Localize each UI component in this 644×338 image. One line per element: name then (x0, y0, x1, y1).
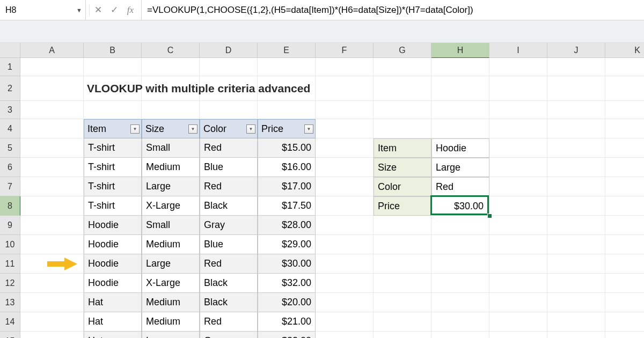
table-cell[interactable]: Hat (84, 312, 142, 332)
cell-I13[interactable] (489, 293, 547, 312)
cell-A1[interactable] (20, 58, 84, 76)
table-cell[interactable]: $17.50 (258, 196, 316, 216)
table-cell[interactable]: T-shirt (84, 138, 142, 158)
col-header-A[interactable]: A (20, 43, 84, 58)
cell-F14[interactable] (316, 312, 374, 332)
table-cell[interactable]: Large (142, 177, 200, 196)
table-cell[interactable]: Small (142, 138, 200, 158)
cell-K14[interactable] (605, 312, 644, 332)
cell-J13[interactable] (547, 293, 605, 312)
formula-input[interactable]: =VLOOKUP(1,CHOOSE({1,2},(H5=data[Item])*… (142, 0, 644, 20)
table-cell[interactable]: $32.00 (258, 274, 316, 293)
cell-G15[interactable] (374, 332, 431, 338)
cell-F5[interactable] (316, 138, 374, 158)
cell-A13[interactable] (20, 293, 84, 312)
table-cell[interactable]: $30.00 (258, 254, 316, 274)
table-header-size[interactable]: Size▼ (142, 119, 200, 138)
cell-H15[interactable] (431, 332, 489, 338)
cell-I14[interactable] (489, 312, 547, 332)
cell-J2[interactable] (547, 76, 605, 101)
cell-A2[interactable] (20, 76, 84, 101)
cell-H13[interactable] (431, 293, 489, 312)
cell-G11[interactable] (374, 254, 431, 274)
table-cell[interactable]: Hat (84, 332, 142, 338)
name-box[interactable]: ▼ (0, 0, 86, 20)
cell-I4[interactable] (489, 119, 547, 138)
table-cell[interactable]: Small (142, 216, 200, 235)
col-header-K[interactable]: K (605, 43, 644, 58)
cancel-icon[interactable]: ✕ (91, 4, 106, 16)
col-header-I[interactable]: I (489, 43, 547, 58)
table-cell[interactable]: $17.00 (258, 177, 316, 196)
cell-G10[interactable] (374, 235, 431, 254)
cell-C3[interactable] (142, 101, 200, 119)
name-box-dropdown-icon[interactable]: ▼ (76, 7, 82, 13)
lookup-label-price[interactable]: Price (374, 196, 431, 216)
cell-I7[interactable] (489, 177, 547, 196)
cell-H9[interactable] (431, 216, 489, 235)
enter-icon[interactable]: ✓ (107, 4, 122, 16)
cell-H3[interactable] (431, 101, 489, 119)
table-cell[interactable]: $21.00 (258, 312, 316, 332)
cell-K4[interactable] (605, 119, 644, 138)
row-header-11[interactable]: 11 (0, 254, 20, 274)
cell-J3[interactable] (547, 101, 605, 119)
col-header-J[interactable]: J (547, 43, 605, 58)
cell-J1[interactable] (547, 58, 605, 76)
cell-G9[interactable] (374, 216, 431, 235)
cell-A8[interactable] (20, 196, 84, 216)
cell-I11[interactable] (489, 254, 547, 274)
cell-H4[interactable] (431, 119, 489, 138)
cell-A10[interactable] (20, 235, 84, 254)
table-cell[interactable]: Hoodie (84, 235, 142, 254)
row-header-7[interactable]: 7 (0, 177, 20, 196)
filter-dropdown-icon[interactable]: ▼ (188, 124, 197, 134)
row-header-3[interactable]: 3 (0, 101, 20, 119)
cell-A9[interactable] (20, 216, 84, 235)
table-cell[interactable]: Medium (142, 235, 200, 254)
cell-F6[interactable] (316, 158, 374, 177)
fill-handle[interactable] (487, 214, 492, 218)
cell-B3[interactable] (84, 101, 142, 119)
cell-I8[interactable] (489, 196, 547, 216)
col-header-C[interactable]: C (142, 43, 200, 58)
cell-I1[interactable] (489, 58, 547, 76)
cell-F8[interactable] (316, 196, 374, 216)
cell-I9[interactable] (489, 216, 547, 235)
row-header-8[interactable]: 8 (0, 196, 20, 216)
table-cell[interactable]: T-shirt (84, 158, 142, 177)
cell-K6[interactable] (605, 158, 644, 177)
cell-A4[interactable] (20, 119, 84, 138)
cell-G1[interactable] (374, 58, 431, 76)
table-cell[interactable]: Black (200, 196, 258, 216)
cell-K11[interactable] (605, 254, 644, 274)
cell-G14[interactable] (374, 312, 431, 332)
cell-J14[interactable] (547, 312, 605, 332)
table-cell[interactable]: $22.00 (258, 332, 316, 338)
col-header-F[interactable]: F (316, 43, 374, 58)
table-cell[interactable]: Hoodie (84, 274, 142, 293)
filter-dropdown-icon[interactable]: ▼ (246, 124, 255, 134)
cell-K1[interactable] (605, 58, 644, 76)
cell-F12[interactable] (316, 274, 374, 293)
cell-I2[interactable] (489, 76, 547, 101)
cell-H12[interactable] (431, 274, 489, 293)
table-cell[interactable]: $15.00 (258, 138, 316, 158)
cell-A12[interactable] (20, 274, 84, 293)
cell-D1[interactable] (200, 58, 258, 76)
cell-K15[interactable] (605, 332, 644, 338)
lookup-value-item[interactable]: Hoodie (431, 138, 489, 158)
cell-G13[interactable] (374, 293, 431, 312)
cell-F15[interactable] (316, 332, 374, 338)
table-cell[interactable]: X-Large (142, 196, 200, 216)
cell-K12[interactable] (605, 274, 644, 293)
col-header-H[interactable]: H (431, 43, 489, 58)
table-cell[interactable]: Blue (200, 235, 258, 254)
table-header-item[interactable]: Item▼ (84, 119, 142, 138)
table-header-price[interactable]: Price▼ (258, 119, 316, 138)
cell-I5[interactable] (489, 138, 547, 158)
cell-I3[interactable] (489, 101, 547, 119)
lookup-label-color[interactable]: Color (374, 177, 431, 196)
table-cell[interactable]: X-Large (142, 274, 200, 293)
cell-C1[interactable] (142, 58, 200, 76)
